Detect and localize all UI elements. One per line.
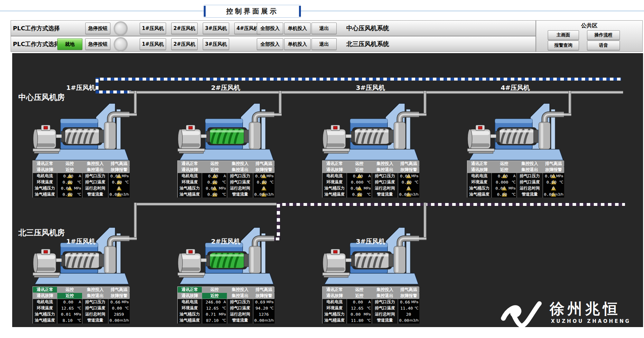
metric-label: 运行总时间 (372, 311, 398, 317)
process-display: 中心压风机房 北三压风机房 1#压风机 通讯正常远控集控投入排气高温通讯故障近控… (12, 53, 643, 327)
emergency-stop-button[interactable]: 急停按钮 (85, 23, 110, 34)
metric-value: 0.66MPa (398, 299, 419, 305)
room-label-center: 中心压风机房 (18, 92, 65, 102)
status-remote: 远控 (202, 287, 227, 293)
unit-status-table: 通讯正常远控集控投入排气高温通讯故障近控集控退出故障报警电机电流0.00A排气口… (33, 286, 129, 324)
unit-select-button-2[interactable]: 2#压风机 (171, 38, 198, 50)
pipe-center-riser-4 (568, 91, 571, 116)
exit-button[interactable]: 退出 (312, 38, 337, 50)
metric-label: 电机电流 (467, 173, 491, 179)
engage-all-button[interactable]: 全部投入 (257, 38, 283, 50)
metric-value: 0.71MPa (202, 311, 227, 317)
alarm-query-button[interactable]: 报警查询 (548, 41, 579, 50)
pipe-north-riser-2-dashed (276, 203, 280, 240)
metric-value: 0.00MPa (492, 185, 517, 191)
compressor-illustration (322, 224, 419, 285)
metric-value: 8.10℃ (57, 317, 82, 324)
exit-button[interactable]: 退出 (312, 23, 337, 34)
plc-mode-label: PLC工作方式选择 (13, 21, 60, 36)
status-remote: 远控 (492, 161, 517, 167)
emergency-stop-button[interactable]: 急停按钮 (85, 38, 110, 50)
pipe-center-riser-1 (134, 91, 137, 116)
metric-value: 0.66MPa (108, 299, 130, 305)
metric-value: 0.69MPa (253, 299, 275, 305)
metric-label: 油气桶压力 (467, 185, 491, 191)
unit-select-button-1[interactable]: 1#压风机 (140, 23, 166, 34)
compressor-graphic (322, 224, 419, 285)
metric-label: 排气口压力 (227, 299, 253, 305)
metric-value: 0.00m3/h (543, 191, 564, 198)
status-comm-fault: 通讯故障 (178, 293, 202, 299)
voice-button[interactable]: 语音 (587, 41, 620, 50)
status-discharge-high-temp: 排气高温 (253, 287, 275, 293)
status-comm-ok: 通讯正常 (322, 287, 347, 293)
metric-value: 0 (543, 185, 564, 191)
metric-value: 1276 (253, 311, 275, 317)
compressor-unit: 2#压风机 通讯正常远控集控投入排气高温通讯故障近控集控退出故障报警电机电流24… (177, 53, 275, 327)
metric-label: 电机电流 (178, 299, 202, 305)
metric-value: 2859 (108, 311, 130, 317)
operation-flow-button[interactable]: 操作流程 (587, 30, 620, 40)
status-central-out: 集控退出 (372, 293, 398, 299)
status-comm-fault: 通讯故障 (322, 293, 347, 299)
status-central-out: 集控退出 (227, 293, 253, 299)
page-title-box: 控制界面展示 (204, 5, 301, 18)
metric-label: 排气口温度 (82, 305, 108, 311)
metric-label: 管道流量 (372, 317, 398, 324)
compressor-illustration (467, 100, 564, 161)
metric-value: 20 (398, 311, 419, 317)
status-central-engaged: 集控投入 (82, 287, 108, 293)
pipe-center-riser-3 (424, 91, 426, 116)
logo-mark (501, 298, 549, 328)
metric-label: 排气口温度 (517, 179, 543, 185)
status-comm-ok: 通讯正常 (178, 287, 202, 293)
metric-value: 0.01MPa (57, 311, 82, 317)
toolbar-row-north3-system: PLC工作方式选择就地急停按钮1#压风机2#压风机3#压风机全部投入单机投入退出… (11, 36, 536, 52)
local-mode-button[interactable]: 就地 (57, 38, 82, 50)
metric-label: 油气桶温度 (178, 317, 202, 324)
engage-single-button[interactable]: 单机投入 (284, 23, 311, 34)
metric-label: 排气口压力 (82, 299, 108, 305)
metric-label: 环境温度 (467, 179, 491, 185)
metric-value: 0.00℃ (108, 305, 130, 311)
status-comm-fault: 通讯故障 (33, 293, 57, 299)
unit-name: 4#压风机 (467, 83, 564, 92)
metric-label: 环境温度 (33, 305, 57, 311)
main-screen-button[interactable]: 主画面 (548, 30, 579, 40)
metric-label: 油气桶温度 (33, 317, 57, 324)
unit-status-table: 通讯正常远控集控投入排气高温通讯故障近控集控退出故障报警电机电流0.00A排气口… (322, 286, 419, 324)
metric-value: 0.00A (492, 173, 517, 179)
status-central-engaged: 集控投入 (517, 161, 543, 167)
title-bar-right (299, 6, 301, 17)
status-central-out: 集控退出 (517, 167, 543, 173)
metric-value: 11.80℃ (347, 317, 372, 324)
status-local: 近控 (202, 293, 227, 299)
metric-value: 11.40℃ (398, 305, 419, 311)
metric-label: 排气口压力 (517, 173, 543, 179)
unit-select-button-3[interactable]: 3#压风机 (203, 23, 229, 34)
plc-mode-label: PLC工作方式选择 (13, 36, 60, 52)
unit-select-button-1[interactable]: 1#压风机 (140, 38, 166, 50)
metric-value: 0.00℃ (492, 191, 517, 198)
engage-single-button[interactable]: 单机投入 (284, 38, 311, 50)
compressor-illustration (178, 224, 274, 285)
metric-label: 排气口温度 (372, 305, 398, 311)
logo-text-cn: 徐州兆恒 (550, 299, 621, 319)
pipe-north-riser-1 (134, 203, 137, 238)
unit-select-button-2[interactable]: 2#压风机 (171, 23, 198, 34)
unit-select-button-3[interactable]: 3#压风机 (203, 38, 229, 50)
status-discharge-high-temp: 排气高温 (108, 287, 130, 293)
status-fault-alarm: 故障报警 (253, 293, 275, 299)
engage-all-button[interactable]: 全部投入 (257, 23, 283, 34)
metric-value: 94.20℃ (253, 305, 275, 311)
indicator-lamp (114, 21, 128, 36)
metric-value: 87.10℃ (202, 317, 227, 324)
status-comm-fault: 通讯故障 (467, 167, 491, 173)
status-remote: 远控 (347, 287, 372, 293)
status-comm-ok: 通讯正常 (467, 161, 491, 167)
metric-label: 环境温度 (322, 305, 347, 311)
metric-label: 油气桶压力 (322, 311, 347, 317)
compressor-graphic (178, 224, 274, 285)
unit-name: 3#压风机 (322, 237, 419, 246)
unit-name: 2#压风机 (177, 237, 274, 246)
